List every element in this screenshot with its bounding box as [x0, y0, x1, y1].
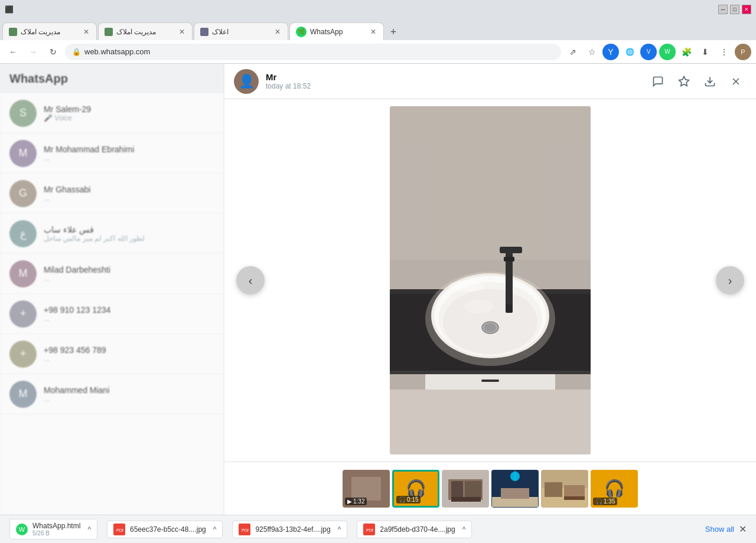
download-actions: Show all ✕ [705, 524, 747, 535]
svg-text:PDF: PDF [366, 528, 373, 532]
download-chevron-icon-4: ^ [462, 525, 466, 534]
chat-preview: ... [44, 315, 214, 323]
ext-6-icon[interactable]: ⬇ [697, 44, 713, 60]
svg-rect-17 [506, 305, 513, 313]
list-item[interactable]: ع قس علاء ساب لطور الله اكبر لم مير مالس… [0, 214, 224, 254]
viewer-star-button[interactable] [673, 71, 695, 92]
chat-info: قس علاء ساب لطور الله اكبر لم مير مالس س… [44, 225, 214, 243]
show-all-button[interactable]: Show all [705, 525, 734, 534]
profile-avatar[interactable]: P [735, 44, 751, 60]
download-item-3[interactable]: PDF 2a9f5deb-d370-4e....jpg ^ [357, 521, 472, 538]
bookmark-icon[interactable]: ☆ [584, 44, 600, 60]
minimize-button[interactable]: ─ [718, 5, 728, 14]
tab-4-title: WhatsApp [310, 28, 366, 36]
close-button[interactable]: ✕ [742, 5, 751, 14]
viewer-header: 👤 Mr today at 18:52 [224, 64, 756, 99]
list-item[interactable]: M Mohammed Miani ... [0, 374, 224, 414]
ext-3-icon[interactable]: V [640, 44, 657, 60]
list-item[interactable]: G Mr Ghassabi ... [0, 174, 224, 214]
tab-3-favicon [200, 28, 208, 36]
chat-info: Mr Salem-29 🎤 Voice [44, 104, 214, 122]
download-pdf-icon-3: PDF [363, 524, 375, 535]
svg-rect-23 [390, 142, 437, 260]
avatar: ع [9, 220, 37, 247]
download-filename-2: 925ff9a3-13b2-4ef....jpg [255, 525, 330, 534]
list-item[interactable]: + +98 910 123 1234 ... [0, 294, 224, 334]
tab-4-whatsapp[interactable]: 🌿 WhatsApp ✕ [289, 22, 384, 40]
back-button[interactable]: ← [5, 44, 21, 60]
svg-rect-43 [564, 496, 585, 500]
settings-icon[interactable]: ⋮ [716, 44, 732, 60]
viewer-timestamp: today at 18:52 [266, 82, 640, 90]
svg-text:PDF: PDF [116, 528, 123, 532]
right-panel: 👤 Mr today at 18:52 [224, 64, 756, 515]
maximize-button[interactable]: □ [730, 5, 739, 14]
chat-info: Mohammed Miani ... [44, 385, 214, 403]
close-downloads-button[interactable]: ✕ [739, 524, 747, 535]
prev-image-button[interactable]: ‹ [236, 266, 265, 295]
svg-rect-24 [543, 142, 591, 260]
chat-info: Milad Darbeheshti ... [44, 265, 214, 283]
tab-4-favicon: 🌿 [296, 27, 307, 37]
tab-2[interactable]: مدیریت املاک ✕ [98, 22, 193, 40]
svg-rect-31 [451, 481, 463, 498]
share-icon[interactable]: ⇗ [565, 44, 581, 60]
thumbnail-3[interactable] [442, 470, 489, 508]
url-bar[interactable]: 🔒 web.whatsapp.com [65, 44, 561, 60]
thumbnail-strip: ▶ 1:32 🎧 🎧 0:15 [224, 462, 756, 515]
viewer-download-button[interactable] [699, 71, 721, 92]
ext-4-icon[interactable]: W [659, 44, 676, 60]
thumb-1-badge: ▶ 1:32 [345, 498, 367, 505]
svg-point-26 [464, 300, 493, 314]
svg-rect-19 [390, 371, 591, 374]
tab-4-close[interactable]: ✕ [369, 27, 377, 37]
thumbnail-2[interactable]: 🎧 🎧 0:15 [392, 470, 439, 508]
download-size-whatsapp: 5/26 B [32, 530, 80, 537]
forward-button[interactable]: → [25, 44, 41, 60]
svg-rect-16 [500, 247, 522, 253]
download-item-whatsapp[interactable]: W WhatsApp.html 5/26 B ^ [9, 519, 97, 539]
list-item[interactable]: M Milad Darbeheshti ... [0, 254, 224, 294]
ext-2-icon[interactable]: 🌐 [621, 44, 638, 60]
window-controls[interactable]: ─ □ ✕ [718, 5, 751, 14]
list-item[interactable]: + +98 923 456 789 ... [0, 334, 224, 374]
address-bar: ← → ↻ 🔒 web.whatsapp.com ⇗ ☆ Y 🌐 V W 🧩 ⬇… [0, 40, 756, 64]
viewer-chat-button[interactable] [647, 71, 669, 92]
download-item-1[interactable]: PDF 65eec37e-b5cc-48....jpg ^ [107, 521, 223, 538]
thumbnail-5[interactable] [541, 470, 588, 508]
new-tab-button[interactable]: + [385, 24, 402, 40]
list-item[interactable]: S Mr Salem-29 🎤 Voice [0, 93, 224, 133]
chat-preview: ... [44, 355, 214, 363]
thumbnail-6[interactable]: 🎧 🎧 1:35 [591, 470, 638, 508]
svg-rect-42 [564, 485, 585, 497]
thumbnail-1[interactable]: ▶ 1:32 [343, 470, 390, 508]
sink-image-svg [390, 106, 591, 454]
next-image-button[interactable]: › [716, 266, 744, 295]
chat-sidebar: WhatsApp S Mr Salem-29 🎤 Voice M Mr Moha… [0, 64, 224, 515]
thumbnail-4[interactable] [491, 470, 539, 508]
tab-1[interactable]: مدیریت املاک ✕ [2, 22, 97, 40]
svg-rect-18 [504, 257, 514, 261]
svg-text:PDF: PDF [242, 528, 249, 532]
chat-preview: ... [44, 395, 214, 403]
svg-marker-0 [679, 76, 689, 86]
refresh-button[interactable]: ↻ [45, 44, 61, 60]
viewer-close-button[interactable] [725, 71, 747, 92]
download-filename-whatsapp: WhatsApp.html [32, 522, 80, 530]
list-item[interactable]: M Mr Mohammad Ebrahimi ... [0, 133, 224, 174]
title-bar-left: ⬛ [5, 5, 14, 14]
download-pdf-icon-1: PDF [113, 524, 125, 535]
viewer-avatar: 👤 [234, 69, 259, 94]
ext-5-icon[interactable]: 🧩 [678, 44, 695, 60]
download-item-2[interactable]: PDF 925ff9a3-13b2-4ef....jpg ^ [232, 521, 347, 538]
tab-2-close[interactable]: ✕ [178, 27, 186, 37]
tab-3-close[interactable]: ✕ [273, 27, 282, 37]
avatar: M [9, 140, 37, 167]
tab-1-close[interactable]: ✕ [82, 27, 90, 37]
svg-rect-28 [351, 477, 381, 501]
avatar: S [9, 100, 37, 127]
svg-rect-32 [465, 481, 481, 498]
chat-info: +98 910 123 1234 ... [44, 305, 214, 323]
tab-3[interactable]: اعلاک ✕ [194, 22, 288, 40]
ext-1-icon[interactable]: Y [602, 44, 619, 60]
